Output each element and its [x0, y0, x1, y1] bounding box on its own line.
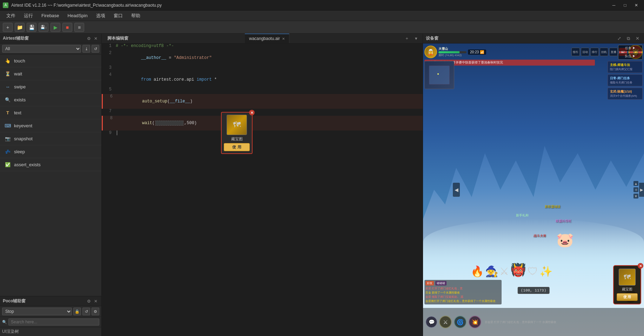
- code-line-9: 9 │: [102, 130, 423, 137]
- code-line-4: 4 from airtest.core.api import *: [102, 72, 423, 87]
- api-text[interactable]: T text: [0, 106, 101, 119]
- sleep-icon: 💤: [4, 148, 11, 155]
- editor-popup-image: 🗺: [227, 115, 247, 135]
- editor-image-popup: ✕ 🗺 藏宝图 使 用: [221, 112, 253, 154]
- code-line-2: 2 __author__ = "Administrator": [102, 51, 423, 65]
- exists-icon: 🔍: [4, 96, 11, 103]
- api-swipe[interactable]: ↔ swipe: [0, 80, 101, 93]
- code-line-8: 8 wait(,500): [102, 116, 423, 130]
- settings-button[interactable]: ≡: [74, 23, 84, 32]
- airtest-panel-header: Airtest辅助窗 ⚙ ✕: [0, 34, 101, 43]
- poco-panel-header: Poco辅助窗 ⚙ ✕: [0, 296, 101, 306]
- menu-bar: 文件 运行 Firebase HeadSpin 选项 窗口 帮助: [0, 11, 644, 21]
- airtest-filter-select[interactable]: All touch wait swipe exists text keyeven…: [2, 45, 81, 53]
- game-characters: 🔥 🧙 ⚔ 👹 🛡 ✨: [445, 161, 578, 278]
- tab-name: wacangbaotu.air: [249, 36, 280, 41]
- device-header-controls: ⤢ ⧉ ✕: [615, 35, 641, 42]
- airtest-config-button[interactable]: ⚙: [86, 36, 92, 41]
- code-line-5: 5: [102, 87, 423, 94]
- menu-help[interactable]: 帮助: [128, 12, 144, 20]
- wait-icon: ⏳: [4, 70, 11, 77]
- poco-panel-controls: ⚙ ✕: [86, 298, 99, 304]
- editor-popup-use-button[interactable]: 使 用: [224, 143, 250, 151]
- save-button[interactable]: 💾: [27, 23, 36, 32]
- api-touch[interactable]: 👆 touch: [0, 54, 101, 67]
- exists-label: exists: [14, 97, 26, 102]
- add-tab-button[interactable]: +: [403, 35, 411, 42]
- title-bar-left: A Airtest IDE v1.2.16 ~~ F:\workgame\air…: [3, 2, 162, 8]
- maximize-button[interactable]: □: [620, 2, 630, 9]
- device-expand-button[interactable]: ⤢: [615, 35, 623, 42]
- api-sleep[interactable]: 💤 sleep: [0, 145, 101, 158]
- api-wait[interactable]: ⏳ wait: [0, 67, 101, 80]
- title-bar: A Airtest IDE v1.2.16 ~~ F:\workgame\air…: [0, 0, 644, 11]
- menu-file[interactable]: 文件: [3, 12, 19, 20]
- poco-search-input[interactable]: [8, 318, 99, 325]
- code-area[interactable]: 1 # -*- encoding=utf8 -*- 2 __author__ =…: [102, 43, 423, 336]
- new-button[interactable]: +: [3, 23, 13, 32]
- open-button[interactable]: 📁: [15, 23, 25, 32]
- airtest-panel: Airtest辅助窗 ⚙ ✕ All touch wait swipe exis…: [0, 34, 101, 296]
- api-assert-exists[interactable]: ✅ assert_exists: [0, 158, 101, 171]
- editor-popup-label: 藏宝图: [231, 136, 243, 142]
- assert-exists-label: assert_exists: [14, 162, 41, 167]
- code-line-7: 7: [102, 109, 423, 116]
- search-icon: 🔍: [2, 320, 7, 324]
- run-button[interactable]: ▶: [51, 23, 60, 32]
- main-layout: Airtest辅助窗 ⚙ ✕ All touch wait swipe exis…: [0, 34, 644, 336]
- api-keyevent[interactable]: ⌨ keyevent: [0, 119, 101, 132]
- menu-firebase[interactable]: Firebase: [38, 12, 63, 19]
- menu-run[interactable]: 运行: [20, 12, 36, 20]
- api-snapshot[interactable]: 📷 snapshot: [0, 132, 101, 145]
- import-button[interactable]: ⤓: [82, 45, 90, 53]
- poco-refresh-button[interactable]: ↺: [82, 308, 90, 315]
- device-panel-title: 设备窗: [426, 35, 438, 41]
- editor-actions: + ▾: [403, 35, 420, 42]
- toolbar: + 📁 💾 💾↓ ▶ ■ ≡: [0, 21, 644, 34]
- text-icon: T: [4, 109, 11, 116]
- touch-label: touch: [14, 58, 25, 63]
- code-line-3: 3: [102, 65, 423, 72]
- menu-window[interactable]: 窗口: [110, 12, 126, 20]
- title-bar-controls: ─ □ ✕: [609, 2, 641, 9]
- editor-tab-main[interactable]: wacangbaotu.air ✕: [245, 34, 289, 43]
- snapshot-icon: 📷: [4, 135, 11, 142]
- minimize-button[interactable]: ─: [609, 2, 619, 9]
- title-text: Airtest IDE v1.2.16 ~~ F:\workgame\airte…: [11, 3, 162, 8]
- text-label: text: [14, 110, 21, 115]
- wait-label: wait: [14, 71, 22, 76]
- left-panel: Airtest辅助窗 ⚙ ✕ All touch wait swipe exis…: [0, 34, 102, 336]
- menu-options[interactable]: 选项: [93, 12, 109, 20]
- tab-close-button[interactable]: ✕: [282, 37, 285, 41]
- poco-config2-button[interactable]: ⚙: [92, 308, 99, 315]
- ui-tree-label: UI渲染树: [2, 329, 19, 334]
- save-as-button[interactable]: 💾↓: [39, 23, 48, 32]
- refresh-button[interactable]: ↺: [92, 45, 99, 53]
- editor-popup-close-button[interactable]: ✕: [249, 110, 255, 115]
- keyevent-label: keyevent: [14, 123, 32, 128]
- assert-exists-icon: ✅: [4, 161, 11, 168]
- poco-stop-select[interactable]: Stop Running Paused: [2, 308, 72, 315]
- editor-tabs: wacangbaotu.air ✕: [245, 34, 289, 43]
- poco-lock-button[interactable]: 🔒: [73, 308, 81, 315]
- api-list: 👆 touch ⏳ wait ↔ swipe 🔍 exists T te: [0, 54, 101, 296]
- airtest-close-button[interactable]: ✕: [93, 36, 99, 41]
- more-tabs-button[interactable]: ▾: [412, 35, 420, 42]
- code-line-1: 1 # -*- encoding=utf8 -*-: [102, 43, 423, 51]
- api-exists[interactable]: 🔍 exists: [0, 93, 101, 106]
- menu-headspin[interactable]: HeadSpin: [64, 12, 91, 19]
- airtest-filter: All touch wait swipe exists text keyeven…: [0, 43, 101, 54]
- poco-config-button[interactable]: ⚙: [86, 298, 92, 304]
- code-line-6: 6 auto_setup(__file__): [102, 94, 423, 109]
- close-button[interactable]: ✕: [631, 2, 641, 9]
- poco-close-button[interactable]: ✕: [93, 298, 99, 304]
- keyevent-icon: ⌨: [4, 122, 11, 129]
- ui-tree: UI渲染树: [0, 327, 101, 336]
- poco-panel-title: Poco辅助窗: [3, 298, 26, 304]
- device-float-button[interactable]: ⧉: [624, 35, 632, 42]
- swipe-label: swipe: [14, 84, 26, 89]
- stop-button[interactable]: ■: [62, 23, 72, 32]
- poco-panel: Poco辅助窗 ⚙ ✕ Stop Running Paused 🔒 ↺ ⚙ 🔍: [0, 296, 101, 336]
- device-content: 🔥 🧙 ⚔ 👹 🛡 ✨ 🧝 大雪山: [423, 43, 644, 336]
- device-close-button[interactable]: ✕: [633, 35, 641, 42]
